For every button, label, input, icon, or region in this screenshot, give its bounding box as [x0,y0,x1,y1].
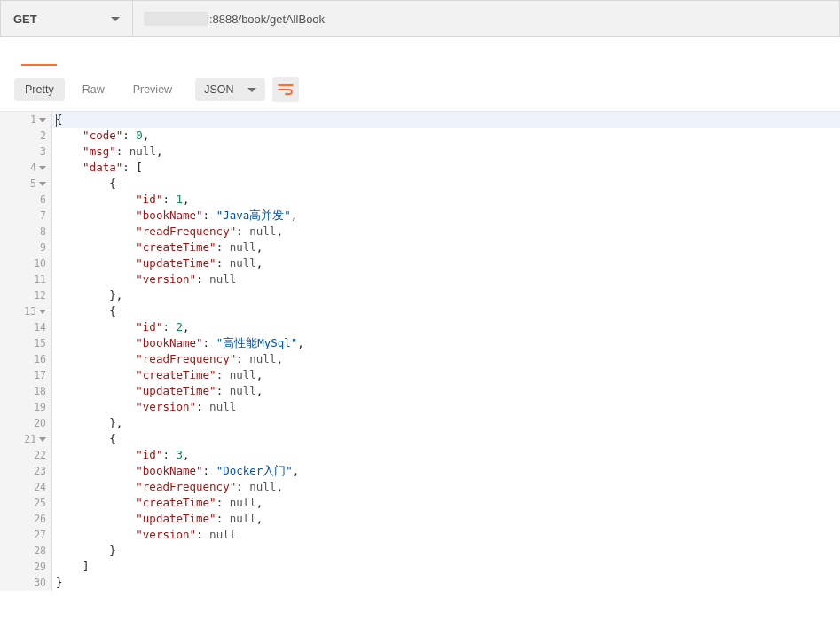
fold-toggle-icon[interactable] [39,437,46,442]
code-line[interactable]: 24 "readFrequency": null, [0,479,840,495]
code-line[interactable]: 8 "readFrequency": null, [0,224,840,239]
line-number: 12 [0,287,52,303]
code-line[interactable]: 19 "version": null [0,399,840,415]
format-select[interactable]: JSON [195,78,265,101]
code-content: "createTime": null, [52,367,840,383]
chevron-down-icon [111,17,120,21]
code-content: "bookName": "Docker入门", [52,463,840,479]
line-number: 28 [0,543,52,559]
request-url-text: :8888/book/getAllBook [209,12,325,26]
code-line[interactable]: 26 "updateTime": null, [0,511,840,527]
line-number: 30 [0,575,52,591]
line-number: 17 [0,367,52,383]
code-line[interactable]: 11 "version": null [0,271,840,287]
line-number: 29 [0,559,52,575]
code-content: }, [52,415,840,431]
redacted-host [144,12,208,26]
tab-pretty[interactable]: Pretty [14,78,65,101]
code-line[interactable]: 5 { [0,176,840,192]
fold-toggle-icon[interactable] [39,118,46,122]
code-content: "id": 3, [52,447,840,463]
code-line[interactable]: 13 { [0,303,840,319]
wrap-lines-button[interactable] [272,77,299,102]
line-number: 19 [0,399,52,415]
line-number: 11 [0,271,52,287]
code-line[interactable]: 2 "code": 0, [0,128,840,144]
tab-preview[interactable]: Preview [122,78,183,101]
code-content: "version": null [52,527,840,543]
http-method-select[interactable]: GET [1,1,133,36]
fold-toggle-icon[interactable] [39,182,46,186]
code-content: }, [52,287,840,303]
code-line[interactable]: 15 "bookName": "高性能MySql", [0,335,840,351]
code-content: "createTime": null, [52,239,840,255]
line-number: 3 [0,144,52,160]
code-content: "version": null [52,271,840,287]
fold-toggle-icon[interactable] [39,310,46,314]
line-number: 5 [0,176,52,192]
code-line[interactable]: 18 "updateTime": null, [0,383,840,399]
tab-raw[interactable]: Raw [72,78,115,101]
code-line[interactable]: 3 "msg": null, [0,144,840,160]
code-line[interactable]: 1{ [0,112,840,128]
line-number: 22 [0,447,52,463]
code-line[interactable]: 21 { [0,431,840,447]
code-line[interactable]: 17 "createTime": null, [0,367,840,383]
code-content: "readFrequency": null, [52,351,840,367]
code-content: "updateTime": null, [52,255,840,271]
code-content: { [52,303,840,319]
code-content: "updateTime": null, [52,511,840,527]
code-content: "msg": null, [52,144,840,160]
code-line[interactable]: 22 "id": 3, [0,447,840,463]
code-content: "id": 1, [52,192,840,208]
code-content: "code": 0, [52,128,840,144]
code-line[interactable]: 29 ] [0,559,840,575]
code-line[interactable]: 6 "id": 1, [0,192,840,208]
line-number: 26 [0,511,52,527]
code-line[interactable]: 10 "updateTime": null, [0,255,840,271]
code-line[interactable]: 25 "createTime": null, [0,495,840,511]
code-content: "bookName": "高性能MySql", [52,335,840,351]
code-content: "version": null [52,399,840,415]
tab-underline-row [0,37,840,67]
code-line[interactable]: 20 }, [0,415,840,431]
code-content: { [52,431,840,447]
line-number: 16 [0,351,52,367]
code-line[interactable]: 28 } [0,543,840,559]
line-number: 15 [0,335,52,351]
wrap-lines-icon [278,83,294,96]
code-content: "id": 2, [52,319,840,335]
code-content: "readFrequency": null, [52,224,840,239]
line-number: 8 [0,224,52,239]
code-line[interactable]: 27 "version": null [0,527,840,543]
code-line[interactable]: 12 }, [0,287,840,303]
line-number: 4 [0,160,52,176]
line-number: 13 [0,303,52,319]
line-number: 14 [0,319,52,335]
fold-toggle-icon[interactable] [39,166,46,170]
code-line[interactable]: 14 "id": 2, [0,319,840,335]
code-line[interactable]: 23 "bookName": "Docker入门", [0,463,840,479]
line-number: 25 [0,495,52,511]
line-number: 10 [0,255,52,271]
code-content: } [52,543,840,559]
code-line[interactable]: 16 "readFrequency": null, [0,351,840,367]
code-content: { [52,176,840,192]
active-tab-underline [21,64,57,66]
code-content: "data": [ [52,160,840,176]
chevron-down-icon [247,88,256,92]
line-number: 18 [0,383,52,399]
code-line[interactable]: 7 "bookName": "Java高并发", [0,208,840,224]
line-number: 6 [0,192,52,208]
code-line[interactable]: 4 "data": [ [0,160,840,176]
code-content: "createTime": null, [52,495,840,511]
line-number: 2 [0,128,52,144]
response-body-viewer[interactable]: 1{2 "code": 0,3 "msg": null,4 "data": [5… [0,111,840,591]
code-content: "readFrequency": null, [52,479,840,495]
http-method-label: GET [13,12,37,26]
code-line[interactable]: 9 "createTime": null, [0,239,840,255]
line-number: 27 [0,527,52,543]
request-url-input[interactable]: :8888/book/getAllBook [133,1,839,36]
code-line[interactable]: 30} [0,575,840,591]
code-content: { [52,112,840,128]
